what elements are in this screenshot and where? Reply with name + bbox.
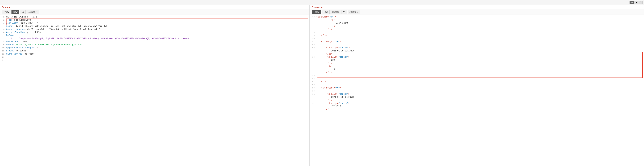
request-tab-raw[interactable]: Raw <box>12 10 19 14</box>
resp-line-content-91dt: 2021-01-09 08:26:50 <box>316 96 644 99</box>
response-line-86: 86 <box>310 77 644 80</box>
resp-line-num-89: 89 <box>310 86 316 90</box>
resp-line-num-83dt <box>310 49 316 53</box>
resp-line-content-90 <box>316 90 644 93</box>
response-line-89: 89 <tr height="40"> <box>310 86 644 90</box>
resp-line-num-91tdc <box>310 99 316 102</box>
request-actions-chevron-icon: ▼ <box>36 11 37 13</box>
response-line-92: 92 <td align="center"> <box>310 102 644 105</box>
response-line-ip: 172.17.0.1 <box>310 105 644 108</box>
request-toolbar: Pretty Raw \n Actions ▼ <box>0 10 309 15</box>
request-title: Request <box>0 5 309 10</box>
column-view-btn[interactable]: ☷ <box>638 1 643 4</box>
response-content: 77 <td width= 465 > <b> User-Agent </b <box>310 15 644 166</box>
resp-line-content-b: <b> <box>316 19 644 22</box>
resp-line-content-92: <td align="center"> <box>316 102 644 105</box>
line-content-12: Cache-Control: no-cache <box>6 53 309 56</box>
list-view-btn[interactable]: ≣ <box>634 1 638 4</box>
response-line-83: 83 <td align="center"> <box>310 46 644 49</box>
request-line-8: 8 Connection: close <box>0 40 309 43</box>
resp-line-num-tdo <box>310 65 316 68</box>
line-content-4: Accept: text/html,application/xhtml+xml,… <box>6 25 309 28</box>
response-line-85: 85 <box>310 74 644 77</box>
request-line-12: 12 Cache-Control: no-cache <box>0 53 309 56</box>
response-line-222-tdclose: </td> <box>310 62 644 65</box>
line-content-11: Pragma: no-cache <box>6 49 309 53</box>
resp-line-content-83: <td align="center"> <box>316 46 644 49</box>
line-num-7b <box>0 37 6 40</box>
response-line-87: 87 </tr> <box>310 80 644 83</box>
resp-line-num-123 <box>310 68 316 71</box>
line-num-6: 6 <box>0 31 6 34</box>
line-num-8: 8 <box>0 40 6 43</box>
response-tab-render[interactable]: Render <box>330 10 341 14</box>
response-line-td-close-77: </td> <box>310 28 644 31</box>
resp-line-content-83dt: 2021-01-09 08:27:39 <box>316 49 644 53</box>
resp-line-content-ip: 172.17.0.1 <box>316 105 644 108</box>
line-content-9: Cookie: security_level=0; PHPSESSID=8gg0… <box>6 43 309 46</box>
response-line-123-tdclose: </td> <box>310 71 644 74</box>
line-num-4: 4 <box>0 25 6 28</box>
line-content-8: Connection: close <box>6 40 309 43</box>
response-line-90: 90 <box>310 90 644 93</box>
request-line-10: 10 Upgrade-Insecure-Requests: 1 <box>0 46 309 49</box>
resp-line-content-tdo: <td> <box>316 65 644 68</box>
resp-line-num-81: 81 <box>310 40 316 43</box>
response-line-79: 79 </tr> <box>310 34 644 37</box>
response-line-b-open: <b> <box>310 19 644 22</box>
line-content-6: Accept-Encoding: gzip, deflate <box>6 31 309 34</box>
response-line-77: 77 <td width= 465 > <box>310 16 644 19</box>
line-content-14 <box>6 59 309 62</box>
split-view-btn[interactable]: ▮▮ <box>630 1 634 4</box>
line-num-14: 14 <box>0 59 6 62</box>
response-line-123: 123 <box>310 68 644 71</box>
response-actions-btn[interactable]: Actions ▼ <box>348 10 360 14</box>
resp-line-num-85: 85 <box>310 74 316 77</box>
response-tab-pretty[interactable]: Pretty <box>312 10 321 14</box>
resp-line-content-ua: User-Agent <box>316 22 644 25</box>
resp-line-num-222tdc <box>310 62 316 65</box>
request-panel: Request Pretty Raw \n Actions ▼ 1 GET /s… <box>0 5 309 166</box>
line-content-2: Host: bwapp.com:8888 <box>6 19 309 22</box>
request-line-9: 9 Cookie: security_level=0; PHPSESSID=8g… <box>0 43 309 46</box>
response-line-82: 82 <box>310 43 644 46</box>
line-num-1: 1 <box>0 16 6 19</box>
resp-line-num-90: 90 <box>310 90 316 93</box>
line-content-1: GET /sqli_17.php HTTP/1.1 <box>6 16 309 19</box>
resp-line-num-82: 82 <box>310 43 316 46</box>
resp-line-num-ua <box>310 22 316 25</box>
response-line-80: 80 <box>310 37 644 40</box>
line-content-7a: Referer: <box>6 34 309 37</box>
resp-line-num-83: 83 <box>310 46 316 49</box>
request-content: 1 GET /sqli_17.php HTTP/1.1 2 Host: bwap… <box>0 15 309 166</box>
resp-line-content-91tdc: </td> <box>316 99 644 102</box>
response-tab-raw[interactable]: Raw <box>322 10 330 14</box>
response-line-b-close: </b> <box>310 25 644 28</box>
resp-line-num-83tdc <box>310 53 316 56</box>
resp-line-num-79: 79 <box>310 34 316 37</box>
resp-line-num-ip <box>310 105 316 108</box>
request-actions-btn[interactable]: Actions ▼ <box>26 10 39 14</box>
resp-line-num-87: 87 <box>310 80 316 83</box>
request-tab-vn[interactable]: \n <box>20 10 26 14</box>
response-panel: Response Pretty Raw Render \n Actions ▼ … <box>310 5 644 166</box>
response-tab-vn[interactable]: \n <box>342 10 347 14</box>
resp-line-num-88: 88 <box>310 83 316 86</box>
resp-line-num-bc <box>310 25 316 28</box>
panels: Request Pretty Raw \n Actions ▼ 1 GET /s… <box>0 5 644 166</box>
request-tab-pretty[interactable]: Pretty <box>2 10 11 14</box>
view-toggle: ▮▮ ≣ ☷ <box>630 1 643 4</box>
request-line-14: 14 <box>0 59 309 62</box>
resp-line-num-92: 92 <box>310 102 316 105</box>
resp-line-content-222tdc: </td> <box>316 62 644 65</box>
response-line-83-dt: 2021-01-09 08:27:39 <box>310 49 644 53</box>
response-line-78: 78 <box>310 31 644 34</box>
resp-line-num-222 <box>310 59 316 62</box>
resp-line-content-88 <box>316 83 644 86</box>
line-content-3: User-Agent: 123','222'); # <box>6 22 309 25</box>
response-line-td-open: <td> <box>310 65 644 68</box>
resp-line-content-84: <td align="center"> <box>316 56 644 59</box>
response-line-91-dt: 2021-01-09 08:26:50 <box>310 96 644 99</box>
resp-line-content-91: <td align="center"> <box>316 93 644 96</box>
response-line-91: 91 <td align="center"> <box>310 93 644 96</box>
